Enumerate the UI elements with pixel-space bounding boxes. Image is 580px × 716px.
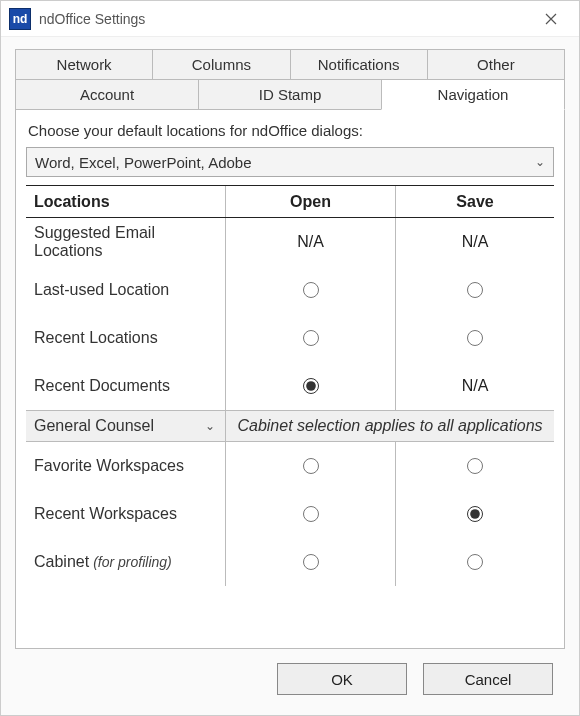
row-last-used: Last-used Location: [26, 266, 554, 314]
row-label: Suggested Email Locations: [26, 218, 226, 266]
row-cabinet-selector: General Counsel ⌄ Cabinet selection appl…: [26, 410, 554, 442]
na-text: N/A: [462, 233, 489, 251]
row-label: Recent Documents: [26, 362, 226, 410]
na-text: N/A: [462, 377, 489, 395]
tab-network[interactable]: Network: [15, 49, 153, 80]
app-selector-value: Word, Excel, PowerPoint, Adobe: [35, 154, 535, 171]
grid-header: Locations Open Save: [26, 186, 554, 218]
tab-notifications[interactable]: Notifications: [290, 49, 428, 80]
row-cabinet-profiling: Cabinet (for profiling): [26, 538, 554, 586]
cabinet-dropdown[interactable]: General Counsel ⌄: [34, 417, 221, 435]
row-recent-workspaces: Recent Workspaces: [26, 490, 554, 538]
col-locations: Locations: [26, 186, 226, 217]
chevron-down-icon: ⌄: [535, 155, 545, 169]
row-label: Cabinet (for profiling): [26, 538, 226, 586]
app-selector-dropdown[interactable]: Word, Excel, PowerPoint, Adobe ⌄: [26, 147, 554, 177]
close-button[interactable]: [531, 5, 571, 33]
cabinet-label: Cabinet: [34, 553, 89, 571]
tab-navigation[interactable]: Navigation: [381, 79, 565, 110]
radio-save-cabinet[interactable]: [467, 554, 483, 570]
row-label: Last-used Location: [26, 266, 226, 314]
radio-save-recentloc[interactable]: [467, 330, 483, 346]
dialog-buttons: OK Cancel: [15, 649, 565, 707]
chevron-down-icon: ⌄: [205, 419, 221, 433]
tab-columns[interactable]: Columns: [152, 49, 290, 80]
na-text: N/A: [297, 233, 324, 251]
radio-save-recws[interactable]: [467, 506, 483, 522]
tab-account[interactable]: Account: [15, 79, 199, 110]
tab-other[interactable]: Other: [427, 49, 565, 80]
radio-save-favws[interactable]: [467, 458, 483, 474]
tab-id-stamp[interactable]: ID Stamp: [198, 79, 382, 110]
radio-open-cabinet[interactable]: [303, 554, 319, 570]
tab-container: Network Columns Notifications Other Acco…: [15, 49, 565, 110]
cabinet-hint: Cabinet selection applies to all applica…: [226, 411, 554, 441]
row-label: Favorite Workspaces: [26, 442, 226, 490]
row-recent-locations: Recent Locations: [26, 314, 554, 362]
close-icon: [545, 13, 557, 25]
col-save: Save: [396, 186, 554, 217]
row-suggested-email: Suggested Email Locations N/A N/A: [26, 218, 554, 266]
radio-open-lastused[interactable]: [303, 282, 319, 298]
row-recent-documents: Recent Documents N/A: [26, 362, 554, 410]
cabinet-value: General Counsel: [34, 417, 205, 435]
intro-text: Choose your default locations for ndOffi…: [28, 122, 554, 139]
window-body: Network Columns Notifications Other Acco…: [1, 37, 579, 715]
radio-open-recentdoc[interactable]: [303, 378, 319, 394]
radio-open-favws[interactable]: [303, 458, 319, 474]
radio-open-recws[interactable]: [303, 506, 319, 522]
row-label: Recent Workspaces: [26, 490, 226, 538]
titlebar: nd ndOffice Settings: [1, 1, 579, 37]
cancel-button[interactable]: Cancel: [423, 663, 553, 695]
cabinet-note: (for profiling): [93, 554, 172, 570]
settings-window: nd ndOffice Settings Network Columns Not…: [0, 0, 580, 716]
window-title: ndOffice Settings: [39, 11, 531, 27]
tabpage-navigation: Choose your default locations for ndOffi…: [15, 110, 565, 649]
app-logo: nd: [9, 8, 31, 30]
row-label: Recent Locations: [26, 314, 226, 362]
ok-button[interactable]: OK: [277, 663, 407, 695]
locations-grid: Locations Open Save Suggested Email Loca…: [26, 185, 554, 586]
radio-open-recentloc[interactable]: [303, 330, 319, 346]
row-favorite-workspaces: Favorite Workspaces: [26, 442, 554, 490]
col-open: Open: [226, 186, 396, 217]
radio-save-lastused[interactable]: [467, 282, 483, 298]
